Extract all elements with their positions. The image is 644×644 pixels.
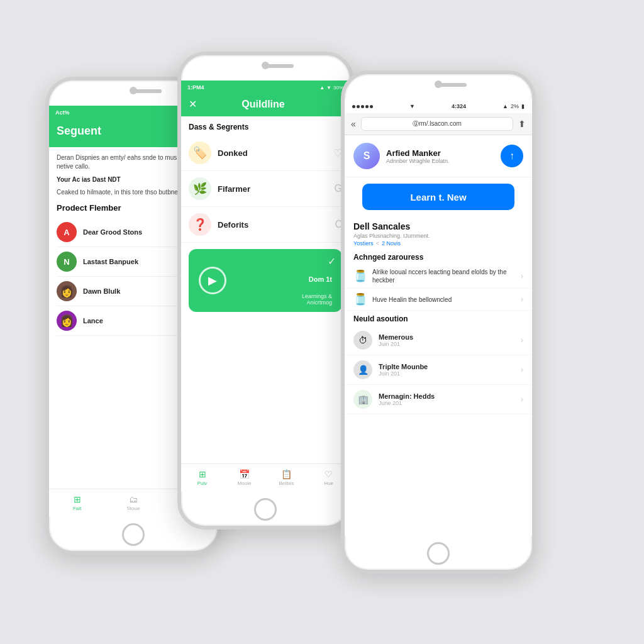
- related-item[interactable]: ⏱ Memerous Juin 201 ›: [345, 326, 532, 355]
- member-name: Lastast Banpuek: [83, 258, 138, 265]
- resource-item[interactable]: 🫙 Huve Healin the bellowncled ›: [345, 289, 532, 311]
- profile-sub: Adnnber Wraghle Eolatn.: [386, 158, 494, 164]
- profile-avatar: S: [353, 143, 380, 169]
- p1-section-title: Prodect Flember: [57, 203, 121, 213]
- dot3: [361, 105, 364, 108]
- dell-section-sub: Aglas Plusnaching. IJurnment.: [353, 233, 523, 239]
- member-name: Dear Grood Stons: [83, 228, 142, 236]
- list-item[interactable]: ❓ Deforits C: [181, 207, 350, 243]
- phone-2-screen: 1:PM4 ▲ ▼ 30% ✕ Quildline Dass & Segrent…: [181, 80, 350, 491]
- phone-3: ▼ 4:324 ▲ 2% ▮ « ⓖrm/.lsacon.com ⬆ S Arf…: [341, 70, 536, 574]
- falt-icon: ⊞: [74, 494, 81, 504]
- p3-browser-bar: « ⓖrm/.lsacon.com ⬆: [345, 113, 532, 135]
- related-info-1: Memerous Juin 201: [379, 333, 514, 347]
- nav-label-pulv: Pulv: [197, 480, 208, 486]
- dot2: [357, 105, 360, 108]
- p2-header: ✕ Quildline: [181, 94, 350, 116]
- chevron-icon-1: ›: [521, 272, 523, 280]
- url-bar[interactable]: ⓖrm/.lsacon.com: [361, 117, 513, 131]
- related-chevron-3: ›: [521, 395, 523, 404]
- related-date-1: Juin 201: [379, 341, 514, 347]
- stoue-icon: 🗂: [129, 494, 138, 504]
- moole-icon: 📅: [239, 469, 250, 479]
- dell-section-title: Dell Sancales: [353, 221, 523, 231]
- profile-name: Arfied Manker: [386, 148, 494, 158]
- phone-3-screen: ▼ 4:324 ▲ 2% ▮ « ⓖrm/.lsacon.com ⬆ S Arf…: [345, 99, 532, 535]
- browser-back-button[interactable]: «: [351, 119, 356, 129]
- avatar: 👩: [57, 311, 77, 331]
- home-button-3[interactable]: [427, 542, 450, 565]
- p2-signal-icon: ▲: [319, 85, 325, 91]
- list-item[interactable]: 🏷️ Donked ♡: [181, 135, 350, 171]
- item-name: Fifarmer: [218, 184, 328, 194]
- list-item[interactable]: 🌿 Fifarmer G: [181, 171, 350, 207]
- p2-section-label: Dass & Segrents: [181, 116, 350, 135]
- pulv-icon: ⊞: [199, 469, 206, 479]
- p2-wifi-icon: ▼: [326, 85, 331, 91]
- related-icon-2: 👤: [353, 360, 372, 379]
- phone-2: 1:PM4 ▲ ▼ 30% ✕ Quildline Dass & Segrent…: [177, 52, 353, 530]
- profile-share-button[interactable]: ↑: [501, 145, 523, 167]
- related-chevron-1: ›: [521, 336, 523, 345]
- related-chevron-2: ›: [521, 365, 523, 374]
- nav-label-moole: Moole: [238, 480, 252, 486]
- p3-signal: ▲: [502, 103, 508, 109]
- profile-info: Arfied Manker Adnnber Wraghle Eolatn.: [386, 148, 494, 164]
- resource-icon-2: 🫙: [353, 292, 367, 306]
- home-button-2[interactable]: [254, 498, 277, 521]
- meta-right: 2 Novis: [382, 240, 401, 247]
- home-button-1[interactable]: [122, 523, 145, 546]
- member-name: Dawn Blulk: [83, 287, 120, 295]
- related-date-2: Juin 201: [379, 370, 514, 377]
- fifarmer-icon: 🌿: [189, 177, 211, 200]
- dot5: [370, 105, 373, 108]
- browser-share-button[interactable]: ⬆: [518, 119, 526, 129]
- play-button[interactable]: ▶: [199, 267, 226, 294]
- nav-label-falt: Falt: [73, 506, 81, 511]
- avatar: A: [57, 222, 77, 242]
- avatar: 👩: [57, 281, 77, 301]
- chevron-icon-2: ›: [521, 295, 523, 304]
- resource-text-2: Huve Healin the bellowncled: [372, 296, 516, 304]
- meta-left: Yostiers: [353, 240, 374, 247]
- nav-label-belites: Belites: [279, 480, 294, 486]
- item-name: Donked: [218, 148, 327, 158]
- hue-icon: ♡: [325, 469, 333, 479]
- p2-back-button[interactable]: ✕: [189, 98, 197, 110]
- nav-item-pulv[interactable]: ⊞ Pulv: [181, 467, 223, 489]
- nav-label-stoue: Stoue: [127, 506, 140, 511]
- p2-status-bar: 1:PM4 ▲ ▼ 30%: [181, 80, 350, 94]
- related-name-1: Memerous: [379, 333, 514, 341]
- related-name-3: Mernagin: Hedds: [379, 392, 514, 400]
- nav-item-falt[interactable]: ⊞ Falt: [49, 492, 105, 514]
- related-info-3: Mernagin: Hedds June 201: [379, 392, 514, 406]
- dot4: [365, 105, 369, 108]
- resources-heading: Achnged zarouress: [345, 249, 532, 264]
- nav-item-belites[interactable]: 📋 Belites: [265, 467, 308, 489]
- p2-status-time: 1:PM4: [187, 84, 204, 91]
- video-title: Dom 1t: [309, 275, 332, 283]
- learn-new-button[interactable]: Learn t. New: [362, 184, 514, 210]
- resource-item[interactable]: 🫙 Alrike looual nccers leacting beand el…: [345, 264, 532, 289]
- resource-icon-1: 🫙: [353, 269, 367, 283]
- nav-item-stoue[interactable]: 🗂 Stoue: [105, 492, 161, 514]
- p3-status-right: ▲ 2% ▮: [502, 103, 525, 109]
- p3-profile-section: S Arfied Manker Adnnber Wraghle Eolatn. …: [345, 135, 532, 177]
- p3-battery: 2%: [511, 103, 519, 109]
- check-icon: ✓: [328, 255, 336, 267]
- nav-item-moole[interactable]: 📅 Moole: [223, 467, 265, 489]
- nav-label-hue: Hue: [324, 480, 333, 486]
- donked-icon: 🏷️: [189, 142, 211, 164]
- p2-bottom-nav: ⊞ Pulv 📅 Moole 📋 Belites ♡ Hue: [181, 464, 350, 491]
- dot1: [352, 105, 355, 108]
- p1-app-title: Seguent: [57, 125, 101, 138]
- related-item[interactable]: 🏢 Mernagin: Hedds June 201 ›: [345, 385, 532, 414]
- deforits-icon: ❓: [189, 213, 211, 236]
- related-item[interactable]: 👤 Triplte Mounbe Juin 201 ›: [345, 355, 532, 385]
- p3-time: 4:324: [452, 103, 466, 109]
- p1-status-time: Act%: [55, 109, 70, 116]
- p3-status-bar: ▼ 4:324 ▲ 2% ▮: [345, 99, 532, 113]
- related-icon-3: 🏢: [353, 390, 372, 409]
- p2-video-card[interactable]: ✓ ▶ Dom 1t Learnings &Anicrtmog: [189, 249, 342, 312]
- meta-sep: <: [376, 240, 379, 247]
